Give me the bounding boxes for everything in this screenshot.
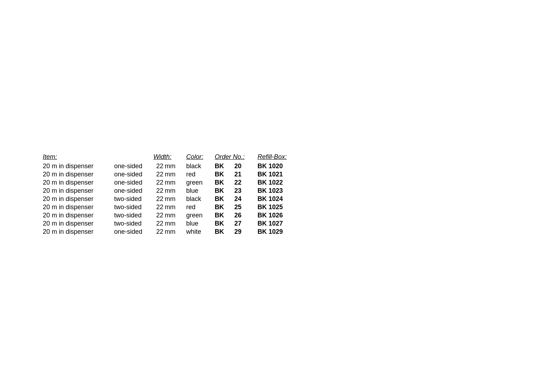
cell-item: 20 m in dispenser bbox=[43, 187, 114, 195]
table-row: 20 m in dispenser one-sided 22mm white B… bbox=[43, 228, 300, 236]
product-table: Item: Width: Color: Order No.: Refill-Bo… bbox=[43, 153, 300, 236]
table-row: 20 m in dispenser two-sided 22mm blue BK… bbox=[43, 220, 300, 228]
cell-color: red bbox=[186, 170, 215, 179]
cell-refill: BK 1022 bbox=[258, 179, 300, 187]
cell-color: black bbox=[186, 162, 215, 170]
cell-sides: two-sided bbox=[114, 195, 153, 203]
cell-sides: one-sided bbox=[114, 170, 153, 179]
cell-num: 24 bbox=[234, 195, 258, 203]
cell-refill: BK 1024 bbox=[258, 195, 300, 203]
cell-refill: BK 1029 bbox=[258, 228, 300, 236]
cell-num: 20 bbox=[234, 162, 258, 170]
cell-bk: BK bbox=[215, 195, 234, 203]
cell-num: 29 bbox=[234, 228, 258, 236]
table-row: 20 m in dispenser two-sided 22mm green B… bbox=[43, 211, 300, 220]
cell-bk: BK bbox=[215, 187, 234, 195]
cell-bk: BK bbox=[215, 170, 234, 179]
cell-refill: BK 1020 bbox=[258, 162, 300, 170]
cell-color: white bbox=[186, 228, 215, 236]
cell-width: 22mm bbox=[153, 162, 186, 170]
cell-refill: BK 1023 bbox=[258, 187, 300, 195]
table-row: 20 m in dispenser one-sided 22mm red BK … bbox=[43, 170, 300, 179]
cell-num: 21 bbox=[234, 170, 258, 179]
cell-width: 22mm bbox=[153, 179, 186, 187]
cell-width: 22mm bbox=[153, 170, 186, 179]
cell-refill: BK 1025 bbox=[258, 203, 300, 211]
cell-width: 22mm bbox=[153, 187, 186, 195]
cell-item: 20 m in dispenser bbox=[43, 170, 114, 179]
cell-width: 22mm bbox=[153, 228, 186, 236]
cell-color: black bbox=[186, 195, 215, 203]
cell-color: green bbox=[186, 211, 215, 220]
cell-item: 20 m in dispenser bbox=[43, 228, 114, 236]
cell-item: 20 m in dispenser bbox=[43, 162, 114, 170]
cell-sides: one-sided bbox=[114, 179, 153, 187]
cell-color: red bbox=[186, 203, 215, 211]
cell-sides: two-sided bbox=[114, 220, 153, 228]
cell-sides: one-sided bbox=[114, 228, 153, 236]
cell-bk: BK bbox=[215, 220, 234, 228]
table-row: 20 m in dispenser two-sided 22mm red BK … bbox=[43, 203, 300, 211]
header-width: Width: bbox=[153, 153, 186, 162]
cell-num: 22 bbox=[234, 179, 258, 187]
header-order: Order No.: bbox=[215, 153, 258, 162]
cell-bk: BK bbox=[215, 228, 234, 236]
header-item: Item: bbox=[43, 153, 114, 162]
cell-item: 20 m in dispenser bbox=[43, 203, 114, 211]
cell-num: 23 bbox=[234, 187, 258, 195]
header-sides bbox=[114, 153, 153, 162]
product-table-container: Item: Width: Color: Order No.: Refill-Bo… bbox=[43, 153, 300, 236]
cell-width: 22mm bbox=[153, 211, 186, 220]
cell-width: 22mm bbox=[153, 220, 186, 228]
cell-sides: two-sided bbox=[114, 211, 153, 220]
cell-item: 20 m in dispenser bbox=[43, 195, 114, 203]
cell-num: 25 bbox=[234, 203, 258, 211]
cell-num: 27 bbox=[234, 220, 258, 228]
cell-bk: BK bbox=[215, 179, 234, 187]
cell-color: blue bbox=[186, 220, 215, 228]
cell-refill: BK 1021 bbox=[258, 170, 300, 179]
cell-bk: BK bbox=[215, 211, 234, 220]
cell-sides: two-sided bbox=[114, 203, 153, 211]
table-row: 20 m in dispenser two-sided 22mm black B… bbox=[43, 195, 300, 203]
cell-item: 20 m in dispenser bbox=[43, 220, 114, 228]
header-refill: Refill-Box: bbox=[258, 153, 300, 162]
cell-color: green bbox=[186, 179, 215, 187]
cell-bk: BK bbox=[215, 162, 234, 170]
table-row: 20 m in dispenser one-sided 22mm black B… bbox=[43, 162, 300, 170]
cell-refill: BK 1027 bbox=[258, 220, 300, 228]
cell-refill: BK 1026 bbox=[258, 211, 300, 220]
cell-sides: one-sided bbox=[114, 162, 153, 170]
cell-width: 22mm bbox=[153, 195, 186, 203]
cell-item: 20 m in dispenser bbox=[43, 211, 114, 220]
cell-num: 26 bbox=[234, 211, 258, 220]
cell-width: 22mm bbox=[153, 203, 186, 211]
header-color: Color: bbox=[186, 153, 215, 162]
cell-item: 20 m in dispenser bbox=[43, 179, 114, 187]
table-row: 20 m in dispenser one-sided 22mm green B… bbox=[43, 179, 300, 187]
cell-bk: BK bbox=[215, 203, 234, 211]
cell-color: blue bbox=[186, 187, 215, 195]
cell-sides: one-sided bbox=[114, 187, 153, 195]
table-row: 20 m in dispenser one-sided 22mm blue BK… bbox=[43, 187, 300, 195]
